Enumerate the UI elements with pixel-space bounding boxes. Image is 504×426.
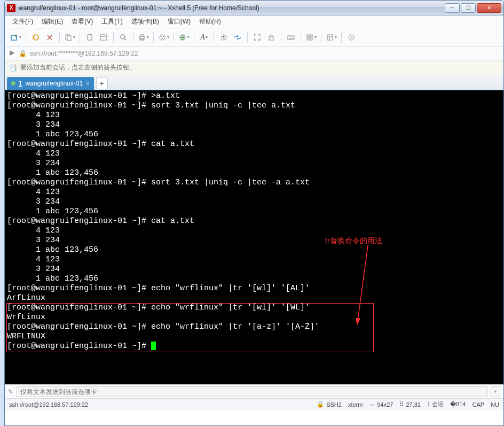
terminal-line: [root@wangruifenglinux-01 ~]# sort 3.txt… — [7, 101, 501, 111]
globe-button[interactable]: ▾ — [177, 31, 191, 44]
terminal-line: 4 123 — [7, 149, 501, 159]
font-button[interactable]: A▾ — [198, 31, 210, 44]
terminal-line: 3 234 — [7, 236, 501, 245]
find-button[interactable] — [117, 31, 130, 44]
fullscreen-button[interactable] — [251, 31, 264, 44]
terminal-line: [root@wangruifenglinux-01 ~]# echo "wrfl… — [7, 322, 501, 332]
script-button[interactable] — [217, 31, 230, 44]
new-tab-button[interactable]: + — [96, 78, 108, 89]
new-session-button[interactable]: ▾ — [9, 31, 22, 44]
toolbar-separator — [113, 32, 114, 43]
menu-edit[interactable]: 编辑(E) — [38, 16, 66, 27]
transfer-button[interactable] — [231, 31, 244, 44]
hint-text: 要添加当前会话，点击左侧的箭头按钮。 — [20, 63, 136, 72]
menu-file[interactable]: 文件(F) — [9, 16, 36, 27]
properties-button[interactable] — [97, 31, 110, 44]
app-window: X wangruifenglinux-01 - root@wangruifeng… — [4, 0, 504, 426]
menu-tools[interactable]: 工具(T) — [98, 16, 125, 27]
compose-target-dropdown[interactable]: ▾ — [491, 386, 500, 397]
layout-button[interactable]: ▾ — [325, 31, 338, 44]
terminal-line: WrfLinux — [7, 313, 501, 322]
help-button[interactable]: ? — [345, 31, 358, 44]
terminal-line: [root@wangruifenglinux-01 ~]# cat a.txt — [7, 140, 501, 149]
compose-input[interactable] — [17, 386, 487, 397]
status-protocol: 🔒SSH2 — [317, 401, 342, 408]
address-bar: ⯈ 🔒 ssh://root:********@192.168.57.129:2… — [5, 47, 503, 60]
svg-rect-20 — [307, 38, 309, 40]
terminal-line: 3 234 — [7, 197, 501, 207]
svg-point-6 — [121, 35, 125, 39]
session-tab[interactable]: 1 wangruifenglinux-01 × — [7, 77, 94, 90]
address-text[interactable]: ssh://root:********@192.168.57.129:22 — [30, 50, 138, 57]
tile-button[interactable]: ▾ — [304, 31, 318, 44]
bookmark-arrow-icon[interactable]: ⯈ — [9, 50, 15, 57]
terminal-line: 3 234 — [7, 120, 501, 130]
terminal-line: [root@wangruifenglinux-01 ~]# sort 3.txt… — [7, 178, 501, 188]
terminal-line: [root@wangruifenglinux-01 ~]# echo "wrfl… — [7, 284, 501, 293]
titlebar[interactable]: X wangruifenglinux-01 - root@wangruifeng… — [5, 1, 503, 16]
reconnect-button[interactable] — [29, 31, 42, 44]
toolbar-separator — [194, 32, 194, 43]
palette-button[interactable]: ▾ — [157, 31, 170, 44]
svg-rect-8 — [140, 35, 144, 36]
svg-text:?: ? — [350, 35, 353, 40]
menu-window[interactable]: 窗口(W) — [164, 16, 194, 27]
maximize-button[interactable]: ☐ — [461, 3, 476, 13]
paste-button[interactable] — [83, 31, 96, 44]
terminal-line: 1 abc 123,456 — [7, 245, 501, 255]
svg-rect-4 — [89, 34, 91, 35]
terminal-line: ArfLinux — [7, 293, 501, 303]
terminal-line: WRFLINUX — [7, 332, 501, 342]
toolbar-separator — [174, 32, 174, 43]
svg-point-12 — [163, 36, 164, 37]
app-icon: X — [7, 4, 15, 12]
minimize-button[interactable]: ─ — [445, 3, 460, 13]
toolbar-separator — [133, 32, 133, 43]
svg-point-11 — [161, 36, 162, 37]
toolbar-separator — [321, 32, 321, 43]
bookmark-add-icon[interactable]: 📑 — [9, 64, 17, 72]
tab-index: 1 — [19, 80, 22, 87]
terminal-line: 3 234 — [7, 159, 501, 168]
menubar: 文件(F) 编辑(E) 查看(V) 工具(T) 选项卡(B) 窗口(W) 帮助(… — [5, 16, 503, 28]
lock-button[interactable] — [265, 31, 278, 44]
menu-view[interactable]: 查看(V) — [68, 16, 96, 27]
terminal-cursor — [151, 342, 156, 350]
svg-rect-21 — [310, 38, 312, 40]
toolbar-separator — [153, 32, 154, 43]
terminal-line: [root@wangruifenglinux-01 ~]# >a.txt — [7, 91, 501, 101]
terminal[interactable]: [root@wangruifenglinux-01 ~]# >a.txt[roo… — [5, 90, 503, 384]
compose-icon[interactable]: ✎ — [8, 388, 13, 396]
status-pos: ⠿27,31 — [399, 401, 421, 408]
terminal-line: 4 123 — [7, 226, 501, 236]
terminal-line: 1 abc 123,456 — [7, 168, 501, 178]
close-button[interactable]: ✕ — [477, 3, 501, 13]
terminal-line: [root@wangruifenglinux-01 ~]# — [7, 342, 501, 351]
status-bar: ssh://root@192.168.57.129:22 🔒SSH2 xterm… — [5, 398, 503, 410]
toolbar-separator — [247, 32, 248, 43]
svg-rect-19 — [310, 35, 312, 37]
status-term: xterm — [348, 401, 363, 408]
terminal-line: 1 abc 123,456 — [7, 274, 501, 284]
terminal-line: 1 abc 123,456 — [7, 130, 501, 140]
menu-tabs[interactable]: 选项卡(B) — [128, 16, 162, 27]
print-button[interactable]: ▾ — [137, 31, 150, 44]
menu-help[interactable]: 帮助(H) — [196, 16, 224, 27]
svg-rect-2 — [67, 36, 71, 41]
status-sessions: 1 会话 — [427, 400, 444, 408]
toolbar-separator — [214, 32, 214, 43]
status-link-icon: �814 — [450, 401, 466, 408]
svg-rect-22 — [327, 35, 333, 40]
terminal-line: 4 123 — [7, 111, 501, 120]
copy-button[interactable]: ▾ — [63, 31, 76, 44]
resize-icon: ↔ — [369, 401, 375, 408]
tab-close-icon[interactable]: × — [86, 80, 89, 87]
tab-label: wangruifenglinux-01 — [26, 80, 83, 87]
svg-rect-3 — [88, 35, 92, 40]
cursor-pos-icon: ⠿ — [399, 401, 404, 408]
disconnect-button[interactable] — [43, 31, 56, 44]
toolbar-separator — [341, 32, 342, 43]
status-cap: CAP — [472, 401, 484, 408]
window-controls: ─ ☐ ✕ — [445, 3, 501, 13]
keyboard-button[interactable] — [285, 31, 297, 44]
